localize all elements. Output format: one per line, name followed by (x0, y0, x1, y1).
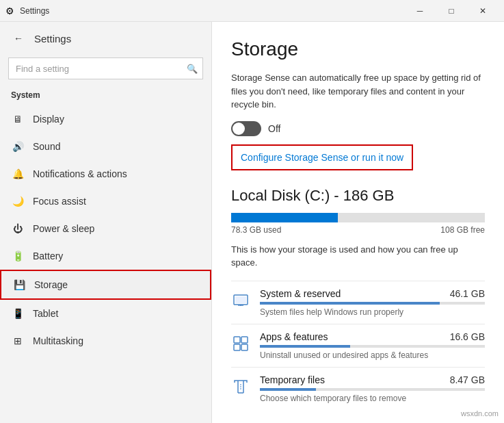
battery-icon: 🔋 (11, 249, 25, 263)
disk-bar (231, 213, 485, 222)
sidebar-item-label-sound: Sound (33, 141, 60, 152)
storage-sense-description: Storage Sense can automatically free up … (231, 71, 485, 112)
storage-item-info-system: System & reserved 46.1 GB System files h… (260, 288, 485, 317)
apps-storage-icon (231, 334, 250, 353)
app-body: ← Settings 🔍 System 🖥 Display 🔊 Sound 🔔 … (0, 22, 504, 423)
page-title: Storage (231, 38, 485, 60)
sidebar-item-focus[interactable]: 🌙 Focus assist (0, 188, 211, 215)
sidebar-item-label-notifications: Notifications & actions (33, 168, 127, 179)
sidebar-item-multitasking[interactable]: ⊞ Multitasking (0, 327, 211, 355)
disk-bar-fill (231, 213, 338, 222)
storage-item-bar-system (260, 302, 485, 305)
sidebar-item-label-storage: Storage (34, 279, 68, 290)
display-icon: 🖥 (11, 112, 25, 126)
disk-bar-container: 78.3 GB used 108 GB free (231, 213, 485, 235)
storage-item-name-apps: Apps & features (260, 331, 328, 342)
storage-item-bar-fill-system (260, 302, 440, 305)
sound-icon: 🔊 (11, 140, 25, 153)
nav-list: 🖥 Display 🔊 Sound 🔔 Notifications & acti… (0, 105, 211, 355)
titlebar-icon: ⚙ (5, 5, 14, 16)
storage-item-desc-temp: Choose which temporary files to remove (260, 394, 485, 403)
configure-link-box: Configure Storage Sense or run it now (231, 144, 413, 170)
sidebar-item-display[interactable]: 🖥 Display (0, 105, 211, 133)
disk-used-label: 78.3 GB used (231, 225, 281, 235)
notifications-icon: 🔔 (11, 167, 25, 181)
sidebar-item-label-power: Power & sleep (33, 223, 94, 234)
storage-item-apps[interactable]: Apps & features 16.6 GB Uninstall unused… (231, 324, 485, 367)
configure-link[interactable]: Configure Storage Sense or run it now (241, 152, 403, 163)
disk-free-label: 108 GB free (440, 225, 485, 235)
titlebar-controls: ─ □ ✕ (404, 0, 499, 22)
storage-item-header-apps: Apps & features 16.6 GB (260, 331, 485, 342)
sidebar-item-battery[interactable]: 🔋 Battery (0, 242, 211, 270)
storage-item-header-temp: Temporary files 8.47 GB (260, 374, 485, 385)
storage-item-size-apps: 16.6 GB (450, 331, 485, 342)
close-button[interactable]: ✕ (467, 0, 499, 22)
toggle-label: Off (268, 123, 280, 134)
system-storage-icon (231, 291, 250, 310)
storage-item-info-temp: Temporary files 8.47 GB Choose which tem… (260, 374, 485, 403)
titlebar-title: Settings (20, 6, 404, 16)
storage-item-temp[interactable]: Temporary files 8.47 GB Choose which tem… (231, 367, 485, 410)
svg-rect-7 (241, 344, 248, 350)
tablet-icon: 📱 (11, 307, 25, 320)
storage-items-list: System & reserved 46.1 GB System files h… (231, 281, 485, 410)
sidebar-item-power[interactable]: ⏻ Power & sleep (0, 215, 211, 242)
storage-item-bar-fill-apps (260, 345, 350, 348)
minimize-button[interactable]: ─ (404, 0, 436, 22)
search-input[interactable] (8, 57, 203, 79)
svg-rect-4 (234, 337, 240, 343)
storage-item-bar-fill-temp (260, 388, 316, 391)
sidebar-item-notifications[interactable]: 🔔 Notifications & actions (0, 160, 211, 188)
watermark: wsxdn.com (461, 409, 499, 418)
temp-storage-icon (231, 377, 250, 396)
main-content: Storage Storage Sense can automatically … (212, 22, 504, 423)
sidebar-app-title: Settings (34, 33, 71, 44)
storage-item-bar-apps (260, 345, 485, 348)
sidebar-item-label-battery: Battery (33, 251, 63, 261)
sidebar-item-tablet[interactable]: 📱 Tablet (0, 300, 211, 327)
svg-rect-6 (234, 344, 240, 350)
storage-item-size-temp: 8.47 GB (450, 374, 485, 385)
titlebar: ⚙ Settings ─ □ ✕ (0, 0, 504, 22)
maximize-button[interactable]: □ (436, 0, 467, 22)
storage-item-header-system: System & reserved 46.1 GB (260, 288, 485, 299)
sidebar-section-label: System (0, 88, 211, 105)
storage-item-info-apps: Apps & features 16.6 GB Uninstall unused… (260, 331, 485, 360)
sidebar-header: ← Settings (0, 22, 211, 55)
storage-item-name-temp: Temporary files (260, 374, 325, 385)
search-button[interactable]: 🔍 (181, 57, 203, 79)
toggle-knob (233, 123, 245, 135)
multitasking-icon: ⊞ (11, 334, 25, 348)
power-icon: ⏻ (11, 222, 25, 235)
storage-item-desc-system: System files help Windows run properly (260, 307, 485, 317)
storage-sense-toggle[interactable] (231, 121, 261, 136)
storage-item-system[interactable]: System & reserved 46.1 GB System files h… (231, 281, 485, 324)
focus-icon: 🌙 (11, 194, 25, 208)
storage-icon: 💾 (12, 278, 26, 292)
sidebar-item-label-tablet: Tablet (33, 308, 58, 319)
sidebar-item-label-display: Display (33, 114, 64, 125)
storage-item-desc-apps: Uninstall unused or undesired apps & fea… (260, 350, 485, 360)
search-box: 🔍 (8, 57, 203, 79)
storage-item-bar-temp (260, 388, 485, 391)
storage-description: This is how your storage is used and how… (231, 243, 485, 270)
sidebar: ← Settings 🔍 System 🖥 Display 🔊 Sound 🔔 … (0, 22, 212, 423)
svg-rect-1 (235, 296, 246, 303)
sidebar-item-label-multitasking: Multitasking (33, 335, 83, 346)
storage-item-size-system: 46.1 GB (450, 288, 485, 299)
svg-rect-5 (241, 337, 248, 343)
storage-item-name-system: System & reserved (260, 288, 341, 299)
toggle-row: Off (231, 121, 485, 136)
sidebar-item-label-focus: Focus assist (33, 196, 86, 207)
sidebar-item-storage[interactable]: 💾 Storage (0, 270, 211, 300)
sidebar-item-sound[interactable]: 🔊 Sound (0, 133, 211, 160)
back-button[interactable]: ← (11, 30, 26, 47)
disk-bar-labels: 78.3 GB used 108 GB free (231, 225, 485, 235)
disk-section-title: Local Disk (C:) - 186 GB (231, 187, 485, 205)
